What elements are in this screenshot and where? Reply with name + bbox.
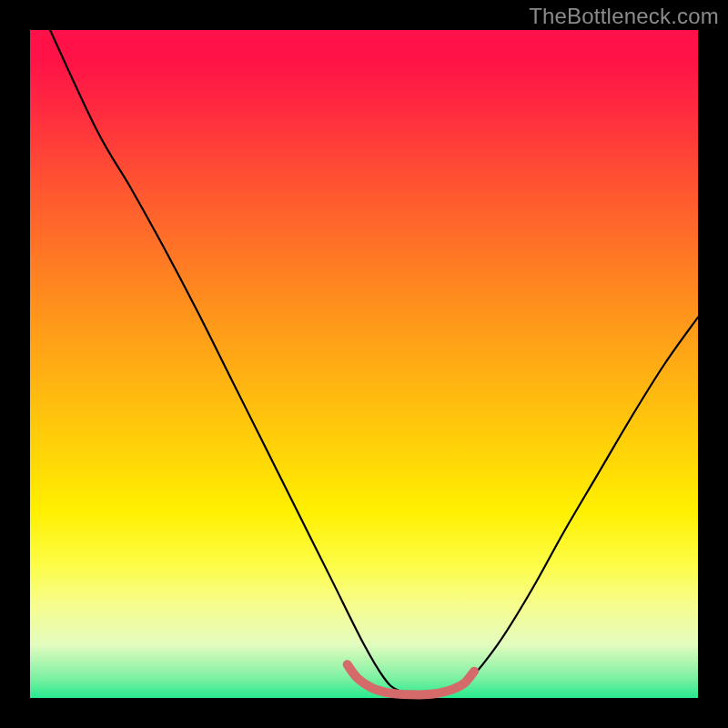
chart-stage: TheBottleneck.com bbox=[0, 0, 728, 728]
bottleneck-accent bbox=[348, 664, 474, 694]
watermark-text: TheBottleneck.com bbox=[529, 4, 719, 29]
bottleneck-curve bbox=[50, 30, 698, 694]
chart-overlay bbox=[30, 30, 698, 698]
